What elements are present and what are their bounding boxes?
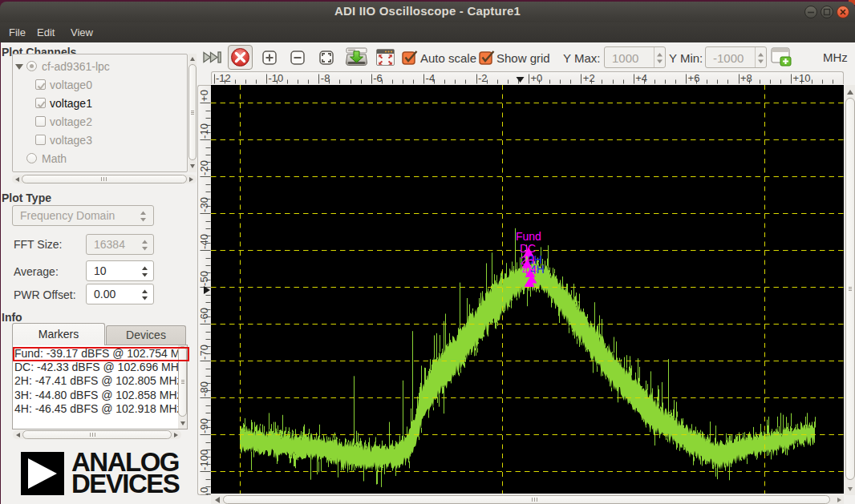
svg-text:+0: +0 xyxy=(530,72,542,84)
svg-text:+8: +8 xyxy=(740,72,752,84)
svg-text:-8: -8 xyxy=(321,72,330,84)
svg-text:-60: -60 xyxy=(198,308,210,323)
svg-text:-10: -10 xyxy=(268,72,283,84)
svg-text:+10: +10 xyxy=(792,72,810,84)
svg-text:+6: +6 xyxy=(688,72,700,84)
svg-text:-50: -50 xyxy=(198,271,210,286)
svg-text:-4: -4 xyxy=(426,72,436,84)
svg-text:4H: 4H xyxy=(522,264,537,276)
svg-text:-110: -110 xyxy=(198,487,210,495)
svg-text:-90: -90 xyxy=(198,418,210,433)
svg-text:-10: -10 xyxy=(198,123,210,139)
svg-text:-2: -2 xyxy=(478,72,488,84)
svg-text:DC: DC xyxy=(520,242,536,255)
svg-text:-70: -70 xyxy=(198,345,210,360)
svg-text:-12: -12 xyxy=(216,72,231,84)
svg-text:+4: +4 xyxy=(635,72,647,84)
svg-text:-6: -6 xyxy=(373,72,383,84)
svg-text:-30: -30 xyxy=(198,197,210,212)
svg-text:+0: +0 xyxy=(198,90,210,102)
svg-text:-80: -80 xyxy=(198,381,210,397)
svg-text:+2: +2 xyxy=(583,72,595,84)
svg-text:-40: -40 xyxy=(198,234,210,249)
svg-text:-100: -100 xyxy=(198,450,210,470)
svg-text:-20: -20 xyxy=(198,160,210,175)
svg-text:Fund: Fund xyxy=(516,230,541,243)
